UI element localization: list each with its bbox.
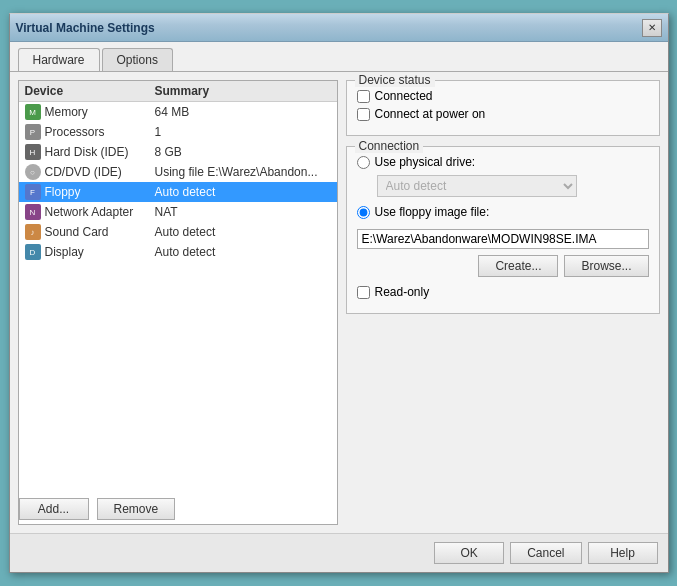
device-status-label: Device status [355, 73, 435, 87]
content-area: Device Summary MMemory64 MBPProcessors1H… [10, 71, 668, 533]
device-icon-display: D [25, 244, 41, 260]
footer: OK Cancel Help [10, 533, 668, 572]
virtual-machine-settings-window: Virtual Machine Settings ✕ Hardware Opti… [9, 13, 669, 573]
connect-power-row: Connect at power on [357, 107, 649, 121]
device-icon-cddvd: ○ [25, 164, 41, 180]
device-status-section: Device status Connected Connect at power… [346, 80, 660, 136]
device-rows-container: MMemory64 MBPProcessors1HHard Disk (IDE)… [19, 102, 337, 262]
create-button[interactable]: Create... [478, 255, 558, 277]
device-summary: 1 [155, 125, 331, 139]
use-physical-label: Use physical drive: [375, 155, 476, 169]
image-path-input[interactable] [357, 229, 649, 249]
device-summary: 8 GB [155, 145, 331, 159]
col-header-device: Device [25, 84, 155, 98]
close-button[interactable]: ✕ [642, 19, 662, 37]
ok-button[interactable]: OK [434, 542, 504, 564]
use-physical-radio[interactable] [357, 156, 370, 169]
table-row[interactable]: ○CD/DVD (IDE)Using file E:\Warez\Abandon… [19, 162, 337, 182]
device-name: Processors [45, 125, 155, 139]
device-name: Sound Card [45, 225, 155, 239]
connect-power-checkbox[interactable] [357, 108, 370, 121]
table-row[interactable]: DDisplayAuto detect [19, 242, 337, 262]
device-list-panel: Device Summary MMemory64 MBPProcessors1H… [18, 80, 338, 525]
add-remove-buttons: Add... Remove [19, 498, 176, 520]
physical-drive-dropdown-row: Auto detect [377, 175, 649, 197]
help-button[interactable]: Help [588, 542, 658, 564]
device-icon-sound: ♪ [25, 224, 41, 240]
remove-device-button[interactable]: Remove [97, 498, 176, 520]
use-physical-row: Use physical drive: [357, 155, 649, 169]
physical-drive-dropdown-wrapper: Auto detect [377, 175, 577, 197]
right-panel: Device status Connected Connect at power… [346, 80, 660, 525]
device-name: Hard Disk (IDE) [45, 145, 155, 159]
device-icon-processor: P [25, 124, 41, 140]
title-bar-controls: ✕ [642, 19, 662, 37]
device-name: Display [45, 245, 155, 259]
device-summary: Auto detect [155, 225, 331, 239]
main-panels: Device Summary MMemory64 MBPProcessors1H… [18, 80, 660, 525]
browse-button[interactable]: Browse... [564, 255, 648, 277]
device-table-bottom: Add... Remove [19, 490, 337, 524]
readonly-row: Read-only [357, 285, 649, 299]
device-table: Device Summary MMemory64 MBPProcessors1H… [19, 81, 337, 490]
tab-hardware[interactable]: Hardware [18, 48, 100, 71]
connection-section: Connection Use physical drive: Auto dete… [346, 146, 660, 314]
physical-drive-dropdown[interactable]: Auto detect [377, 175, 577, 197]
device-name: Memory [45, 105, 155, 119]
device-icon-floppy: F [25, 184, 41, 200]
device-summary: Auto detect [155, 185, 331, 199]
connected-checkbox[interactable] [357, 90, 370, 103]
device-name: Network Adapter [45, 205, 155, 219]
col-header-summary: Summary [155, 84, 331, 98]
use-image-label: Use floppy image file: [375, 205, 490, 219]
connected-row: Connected [357, 89, 649, 103]
device-summary: NAT [155, 205, 331, 219]
device-icon-memory: M [25, 104, 41, 120]
table-row[interactable]: PProcessors1 [19, 122, 337, 142]
table-row[interactable]: HHard Disk (IDE)8 GB [19, 142, 337, 162]
table-row[interactable]: NNetwork AdapterNAT [19, 202, 337, 222]
readonly-checkbox[interactable] [357, 286, 370, 299]
device-icon-harddisk: H [25, 144, 41, 160]
table-header: Device Summary [19, 81, 337, 102]
tab-options[interactable]: Options [102, 48, 173, 71]
device-name: Floppy [45, 185, 155, 199]
title-bar: Virtual Machine Settings ✕ [10, 14, 668, 42]
use-image-row: Use floppy image file: [357, 205, 649, 219]
table-row[interactable]: FFloppyAuto detect [19, 182, 337, 202]
table-row[interactable]: MMemory64 MB [19, 102, 337, 122]
device-icon-network: N [25, 204, 41, 220]
window-title: Virtual Machine Settings [16, 21, 155, 35]
add-device-button[interactable]: Add... [19, 498, 89, 520]
create-browse-buttons: Create... Browse... [357, 255, 649, 277]
use-image-radio[interactable] [357, 206, 370, 219]
connected-label: Connected [375, 89, 433, 103]
connection-label: Connection [355, 139, 424, 153]
connect-power-label: Connect at power on [375, 107, 486, 121]
table-row[interactable]: ♪Sound CardAuto detect [19, 222, 337, 242]
device-name: CD/DVD (IDE) [45, 165, 155, 179]
tabs-bar: Hardware Options [10, 42, 668, 71]
device-summary: 64 MB [155, 105, 331, 119]
device-summary: Auto detect [155, 245, 331, 259]
cancel-button[interactable]: Cancel [510, 542, 581, 564]
device-summary: Using file E:\Warez\Abandon... [155, 165, 331, 179]
readonly-label: Read-only [375, 285, 430, 299]
